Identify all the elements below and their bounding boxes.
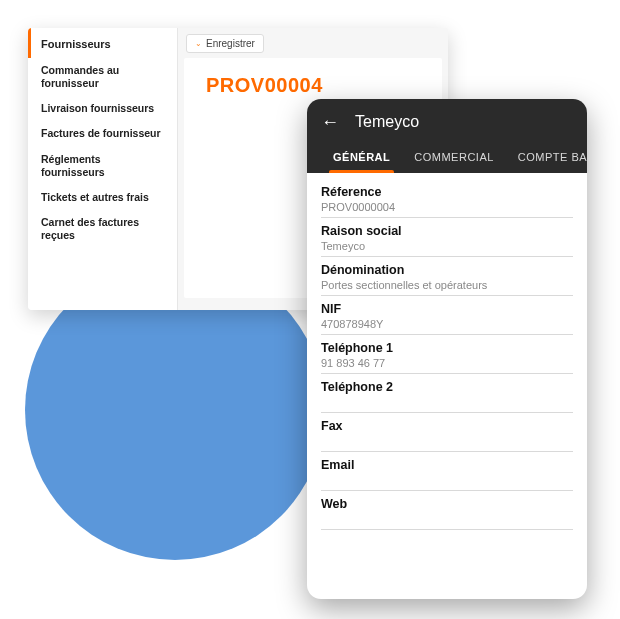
field-value: 91 893 46 77 — [321, 357, 573, 369]
field-label: NIF — [321, 302, 573, 316]
field-value: PROV0000004 — [321, 201, 573, 213]
mobile-card: ← Temeyco GÉNÉRAL COMMERCIAL COMPTE BANC… — [307, 99, 587, 599]
sidebar-item-tickets[interactable]: Tickets et autres frais — [28, 185, 177, 210]
field-fax[interactable]: Fax — [321, 413, 573, 452]
field-label: Raison social — [321, 224, 573, 238]
tab-commercial[interactable]: COMMERCIAL — [402, 143, 506, 173]
sidebar-item-commandes[interactable]: Commandes au forunisseur — [28, 58, 177, 96]
sidebar-item-reglements[interactable]: Réglements fournisseurs — [28, 147, 177, 185]
mobile-tabs: GÉNÉRAL COMMERCIAL COMPTE BANCAIR — [321, 143, 573, 173]
field-value — [321, 513, 573, 525]
field-value — [321, 396, 573, 408]
field-reference[interactable]: Réference PROV0000004 — [321, 179, 573, 218]
field-label: Dénomination — [321, 263, 573, 277]
tab-general[interactable]: GÉNÉRAL — [321, 143, 402, 173]
sidebar: Fournisseurs Commandes au forunisseur Li… — [28, 28, 178, 310]
field-denomination[interactable]: Dénomination Portes sectionnelles et opé… — [321, 257, 573, 296]
back-arrow-icon[interactable]: ← — [321, 113, 339, 131]
sidebar-item-factures[interactable]: Factures de fournisseur — [28, 121, 177, 146]
sidebar-item-carnet[interactable]: Carnet des factures reçues — [28, 210, 177, 248]
mobile-title: Temeyco — [355, 113, 419, 131]
sidebar-item-livraison[interactable]: Livraison fournisseurs — [28, 96, 177, 121]
field-telephone-1[interactable]: Teléphone 1 91 893 46 77 — [321, 335, 573, 374]
record-title: PROV00004 — [206, 74, 420, 97]
mobile-header: ← Temeyco GÉNÉRAL COMMERCIAL COMPTE BANC… — [307, 99, 587, 173]
field-label: Fax — [321, 419, 573, 433]
toolbar: ⌄ Enregistrer — [178, 28, 448, 58]
save-button[interactable]: ⌄ Enregistrer — [186, 34, 264, 53]
field-value — [321, 435, 573, 447]
field-label: Teléphone 1 — [321, 341, 573, 355]
field-label: Teléphone 2 — [321, 380, 573, 394]
field-value: Temeyco — [321, 240, 573, 252]
field-raison-social[interactable]: Raison social Temeyco — [321, 218, 573, 257]
save-button-label: Enregistrer — [206, 38, 255, 49]
sidebar-heading: Fournisseurs — [28, 28, 177, 58]
field-web[interactable]: Web — [321, 491, 573, 530]
tab-compte-bancaire[interactable]: COMPTE BANCAIR — [506, 143, 587, 173]
field-value — [321, 474, 573, 486]
field-value: Portes sectionnelles et opérateurs — [321, 279, 573, 291]
field-email[interactable]: Email — [321, 452, 573, 491]
mobile-titlebar: ← Temeyco — [321, 113, 573, 143]
field-nif[interactable]: NIF 470878948Y — [321, 296, 573, 335]
field-telephone-2[interactable]: Teléphone 2 — [321, 374, 573, 413]
chevron-down-icon: ⌄ — [195, 39, 202, 48]
field-label: Web — [321, 497, 573, 511]
field-value: 470878948Y — [321, 318, 573, 330]
field-label: Email — [321, 458, 573, 472]
mobile-body: Réference PROV0000004 Raison social Teme… — [307, 173, 587, 599]
field-label: Réference — [321, 185, 573, 199]
